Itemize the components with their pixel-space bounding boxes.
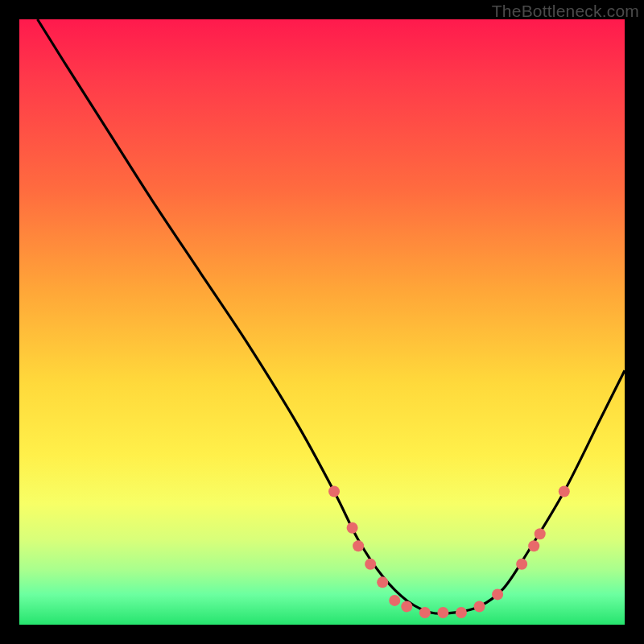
curve-marker [401, 601, 412, 612]
curve-marker [437, 607, 448, 618]
curve-marker [389, 595, 400, 606]
curve-marker [474, 601, 485, 612]
curve-marker [516, 559, 527, 570]
curve-marker [528, 540, 539, 551]
chart-svg [19, 19, 625, 625]
curve-marker [328, 486, 340, 497]
curve-marker [535, 528, 546, 539]
bottleneck-curve [38, 19, 625, 613]
curve-marker [353, 540, 364, 551]
curve-marker [559, 486, 570, 497]
curve-marker [492, 588, 503, 600]
curve-marker [456, 607, 467, 618]
curve-marker [377, 576, 388, 588]
curve-marker [365, 559, 376, 570]
chart-frame [19, 19, 625, 625]
curve-marker [419, 607, 431, 618]
curve-marker [347, 522, 358, 534]
watermark-text: TheBottleneck.com [492, 2, 639, 21]
